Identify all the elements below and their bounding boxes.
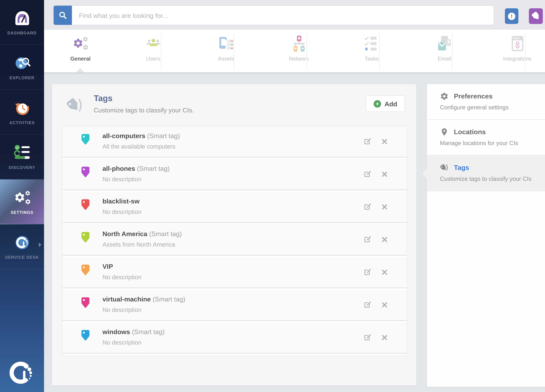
delete-icon[interactable] (381, 236, 389, 243)
tag-color-icon (81, 264, 90, 276)
tab-tasks[interactable]: Tasks (335, 30, 408, 72)
tab-general[interactable]: General (44, 30, 117, 72)
sidebar-item-label: DISCOVERY (9, 165, 35, 170)
delete-icon[interactable] (381, 203, 389, 211)
tab-label: General (70, 56, 91, 62)
activities-history-icon (13, 99, 31, 117)
tag-name: windows (Smart tag) (102, 328, 165, 335)
edit-icon[interactable] (363, 137, 372, 146)
map-pin-icon (440, 128, 449, 136)
edit-icon[interactable] (363, 268, 372, 277)
tag-row: all-phones (Smart tag) No description (62, 159, 407, 190)
discovery-scan-icon (13, 144, 31, 162)
delete-icon[interactable] (381, 301, 389, 309)
side-menu-item-locations[interactable]: Locations Manage locations for your CIs (427, 120, 545, 156)
sidebar-item-activities[interactable]: ACTIVITIES (0, 90, 44, 135)
search-button[interactable] (54, 6, 72, 25)
edit-icon[interactable] (363, 235, 372, 244)
delete-icon[interactable] (381, 170, 389, 178)
tag-type: (Smart tag) (153, 295, 185, 303)
settings-side-menu: Preferences Configure general settings L… (426, 84, 545, 387)
tab-label: Tasks (365, 56, 379, 62)
tag-color-icon (81, 329, 90, 342)
tag-type: (Smart tag) (137, 165, 170, 172)
integrations-link-icon (508, 35, 526, 52)
side-menu-item-tags[interactable]: Tags Customize tags to classify your CIs (427, 156, 545, 191)
tag-description: Assets from North America (102, 241, 175, 248)
tab-assets[interactable]: Assets (190, 30, 262, 72)
tag-description: No description (102, 208, 142, 215)
tab-email[interactable]: Email (408, 30, 481, 72)
sidebar: DASHBOARD EXPLORER ACTIVITIES (0, 0, 44, 392)
sidebar-item-settings[interactable]: SETTINGS (0, 180, 44, 224)
tab-integrations[interactable]: Integrations (481, 30, 545, 72)
tag-description: No description (102, 175, 142, 182)
sidebar-item-explorer[interactable]: EXPLORER (0, 45, 44, 90)
tag-row: VIP No description (62, 257, 407, 288)
tasks-checklist-icon (363, 35, 380, 52)
active-item-notch (422, 168, 427, 178)
users-group-icon (144, 35, 162, 52)
tag-name: North America (Smart tag) (102, 230, 182, 237)
side-menu-item-preferences[interactable]: Preferences Configure general settings (427, 84, 545, 120)
info-button[interactable]: ! (505, 8, 518, 24)
dashboard-gauge-icon (13, 9, 31, 27)
service-desk-expand-arrow-icon (39, 243, 41, 247)
search-input[interactable] (72, 6, 494, 25)
tab-label: Users (146, 56, 161, 62)
sidebar-item-discovery[interactable]: DISCOVERY (0, 135, 44, 180)
network-topology-icon (290, 35, 308, 52)
tag-description: No description (102, 306, 142, 313)
delete-icon[interactable] (381, 334, 389, 342)
tab-label: Integrations (503, 56, 532, 62)
tab-divider (234, 33, 234, 70)
tag-name: blacklist-sw (102, 197, 140, 205)
tag-type: (Smart tag) (149, 230, 182, 237)
settings-tabbar: General Users Ass (44, 30, 545, 72)
gear-icon (440, 92, 449, 101)
add-tag-button[interactable]: + Add (366, 95, 405, 112)
tab-divider (307, 33, 307, 70)
edit-icon[interactable] (363, 333, 372, 342)
tab-divider (161, 33, 161, 70)
tag-description: No description (102, 273, 142, 281)
invgate-logo-icon (9, 361, 35, 386)
edit-icon[interactable] (363, 203, 372, 211)
tab-network[interactable]: Network (262, 30, 335, 72)
tag-color-icon (81, 231, 90, 243)
topbar: ! + (44, 0, 545, 30)
tag-icon (440, 163, 449, 172)
tab-label: Network (289, 56, 309, 62)
tag-row: windows (Smart tag) No description (62, 322, 407, 354)
tag-row: North America (Smart tag) Assets from No… (62, 224, 407, 256)
service-desk-logo-icon (13, 234, 31, 252)
assets-devices-icon (217, 35, 235, 52)
tab-label: Email (438, 56, 451, 62)
tag-name: virtual-machine (Smart tag) (102, 295, 185, 303)
tab-label: Assets (218, 56, 234, 62)
tab-users[interactable]: Users (117, 30, 190, 72)
tag-name: all-phones (Smart tag) (102, 165, 170, 172)
tag-name: all-computers (Smart tag) (102, 132, 180, 139)
tag-icon (530, 11, 541, 22)
sidebar-item-service-desk[interactable]: SERVICE DESK (0, 224, 44, 269)
active-tab-caret (76, 68, 84, 72)
tag-name: VIP (102, 263, 113, 270)
sidebar-item-dashboard[interactable]: DASHBOARD (0, 0, 44, 45)
sidebar-item-label: EXPLORER (10, 75, 34, 80)
edit-icon[interactable] (363, 301, 372, 309)
email-envelope-icon (436, 35, 453, 52)
edit-icon[interactable] (363, 170, 372, 179)
delete-icon[interactable] (381, 268, 389, 276)
tags-panel-header: Tags Customize tags to classify your CIs… (52, 84, 416, 126)
tab-divider (379, 33, 380, 70)
explorer-globe-icon (13, 54, 31, 72)
plus-icon: + (374, 100, 381, 107)
tag-description: No description (102, 339, 142, 346)
tab-divider (525, 33, 525, 70)
quick-tag-button[interactable] (529, 8, 543, 24)
tag-color-icon (81, 199, 90, 211)
tags-header-icon (65, 95, 85, 115)
sidebar-item-label: SERVICE DESK (5, 255, 39, 259)
delete-icon[interactable] (381, 138, 389, 145)
